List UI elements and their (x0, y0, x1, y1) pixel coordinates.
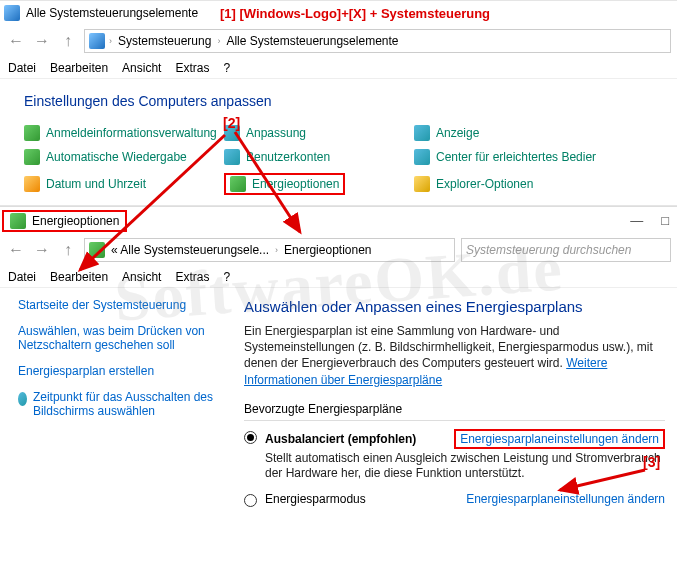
autoplay-icon (24, 149, 40, 165)
breadcrumb-item[interactable]: « Alle Systemsteuerungsele... (109, 243, 271, 257)
breadcrumb-item[interactable]: Systemsteuerung (116, 34, 213, 48)
cp-item-label: Benutzerkonten (246, 150, 330, 164)
window-control-panel-all: Alle Systemsteuerungselemente ← → ↑ › Sy… (0, 0, 677, 201)
nav-forward-icon[interactable]: → (32, 31, 52, 51)
window-power-options: Energieoptionen — □ ← → ↑ « Alle Systems… (0, 205, 677, 517)
power-plan-row: Energiesparmodus Energiesparplaneinstell… (244, 492, 665, 507)
menubar: Datei Bearbeiten Ansicht Extras ? (0, 266, 677, 288)
annotation-3: [3] (643, 454, 660, 470)
content-area: Einstellungen des Computers anpassen [2]… (0, 79, 677, 201)
sidebar-link[interactable]: Energiesparplan erstellen (18, 364, 228, 378)
cp-item-display[interactable]: Anzeige (414, 125, 653, 141)
search-input[interactable]: Systemsteuerung durchsuchen (461, 238, 671, 262)
menu-view[interactable]: Ansicht (122, 270, 161, 284)
breadcrumb-item[interactable]: Alle Systemsteuerungselemente (224, 34, 400, 48)
window-title: Alle Systemsteuerungselemente (26, 6, 198, 20)
chevron-right-icon: › (109, 36, 112, 46)
cp-item-explorer-options[interactable]: Explorer-Optionen (414, 173, 653, 195)
change-plan-settings-link[interactable]: Energiesparplaneinstellungen ändern (454, 429, 665, 449)
plan-name: Energiesparmodus (265, 492, 366, 506)
user-accounts-icon (224, 149, 240, 165)
menu-file[interactable]: Datei (8, 61, 36, 75)
ease-of-access-icon (414, 149, 430, 165)
control-panel-icon (4, 5, 20, 21)
sidebar: Startseite der Systemsteuerung Auswählen… (18, 298, 228, 517)
divider (244, 420, 665, 421)
search-placeholder: Systemsteuerung durchsuchen (466, 243, 631, 257)
highlight-box: Energieoptionen (224, 173, 345, 195)
nav-back-icon[interactable]: ← (6, 31, 26, 51)
highlight-box: Energieoptionen (2, 210, 127, 232)
shield-icon (18, 392, 27, 406)
display-icon (414, 125, 430, 141)
minimize-button[interactable]: — (630, 213, 643, 228)
cp-item-label: Anmeldeinformationsverwaltung (46, 126, 217, 140)
power-plan-row: Ausbalanciert (empfohlen) Energiesparpla… (244, 429, 665, 482)
radio-button[interactable] (244, 494, 257, 507)
page-heading: Auswählen oder Anpassen eines Energiespa… (244, 298, 665, 315)
maximize-button[interactable]: □ (661, 213, 669, 228)
plan-description: Stellt automatisch einen Ausgleich zwisc… (265, 451, 665, 482)
sidebar-link[interactable]: Zeitpunkt für das Ausschalten des Bildsc… (33, 390, 228, 418)
cp-item-label: Explorer-Optionen (436, 177, 533, 191)
breadcrumb[interactable]: « Alle Systemsteuerungsele... › Energieo… (84, 238, 455, 262)
credentials-icon (24, 125, 40, 141)
annotation-2: [2] (223, 115, 240, 131)
window-controls: — □ (630, 213, 669, 228)
power-options-icon (230, 176, 246, 192)
plan-name: Ausbalanciert (empfohlen) (265, 432, 416, 446)
power-options-icon (10, 213, 26, 229)
menubar: Datei Bearbeiten Ansicht Extras ? (0, 57, 677, 79)
window-title: Energieoptionen (32, 214, 119, 228)
main-content: Auswählen oder Anpassen eines Energiespa… (244, 298, 665, 517)
cp-item-power-options[interactable]: Energieoptionen (224, 173, 414, 195)
menu-edit[interactable]: Bearbeiten (50, 61, 108, 75)
cp-item-date-time[interactable]: Datum und Uhrzeit (24, 173, 224, 195)
preferred-plans-label: Bevorzugte Energiesparpläne (244, 402, 665, 416)
change-plan-settings-link[interactable]: Energiesparplaneinstellungen ändern (466, 492, 665, 506)
menu-view[interactable]: Ansicht (122, 61, 161, 75)
address-bar: ← → ↑ › Systemsteuerung › Alle Systemste… (0, 25, 677, 57)
menu-file[interactable]: Datei (8, 270, 36, 284)
cp-item-user-accounts[interactable]: Benutzerkonten (224, 149, 414, 165)
control-panel-grid: Anmeldeinformationsverwaltung Anpassung … (24, 125, 653, 195)
nav-forward-icon[interactable]: → (32, 240, 52, 260)
menu-help[interactable]: ? (223, 270, 230, 284)
sidebar-link[interactable]: Auswählen, was beim Drücken von Netzscha… (18, 324, 228, 352)
cp-item-label: Automatische Wiedergabe (46, 150, 187, 164)
cp-item-label: Energieoptionen (252, 177, 339, 191)
chevron-right-icon: › (217, 36, 220, 46)
sidebar-home-link[interactable]: Startseite der Systemsteuerung (18, 298, 228, 312)
chevron-right-icon: › (275, 245, 278, 255)
cp-item-label: Anzeige (436, 126, 479, 140)
nav-up-icon[interactable]: ↑ (58, 240, 78, 260)
control-panel-icon (89, 33, 105, 49)
cp-item-label: Center für erleichtertes Bedier (436, 150, 596, 164)
plan-settings-link: Energiesparplaneinstellungen ändern (466, 492, 665, 506)
cp-item-label: Anpassung (246, 126, 306, 140)
breadcrumb[interactable]: › Systemsteuerung › Alle Systemsteuerung… (84, 29, 671, 53)
cp-item-autoplay[interactable]: Automatische Wiedergabe (24, 149, 224, 165)
menu-edit[interactable]: Bearbeiten (50, 270, 108, 284)
folder-options-icon (414, 176, 430, 192)
cp-item-personalization[interactable]: Anpassung (224, 125, 414, 141)
address-bar: ← → ↑ « Alle Systemsteuerungsele... › En… (0, 234, 677, 266)
date-time-icon (24, 176, 40, 192)
plan-settings-link-highlighted: Energiesparplaneinstellungen ändern (454, 429, 665, 449)
menu-help[interactable]: ? (223, 61, 230, 75)
titlebar: Energieoptionen — □ (0, 206, 677, 234)
page-description: Ein Energiesparplan ist eine Sammlung vo… (244, 323, 665, 388)
power-options-icon (89, 242, 105, 258)
cp-item-credentials[interactable]: Anmeldeinformationsverwaltung (24, 125, 224, 141)
breadcrumb-item[interactable]: Energieoptionen (282, 243, 373, 257)
cp-item-label: Datum und Uhrzeit (46, 177, 146, 191)
annotation-1: [1] [Windows-Logo]+[X] + Systemsteuerung (220, 6, 490, 21)
nav-up-icon[interactable]: ↑ (58, 31, 78, 51)
nav-back-icon[interactable]: ← (6, 240, 26, 260)
cp-item-ease-of-access[interactable]: Center für erleichtertes Bedier (414, 149, 653, 165)
radio-button[interactable] (244, 431, 257, 444)
menu-extras[interactable]: Extras (175, 270, 209, 284)
content-area: Startseite der Systemsteuerung Auswählen… (0, 288, 677, 517)
menu-extras[interactable]: Extras (175, 61, 209, 75)
page-heading: Einstellungen des Computers anpassen (24, 93, 653, 109)
